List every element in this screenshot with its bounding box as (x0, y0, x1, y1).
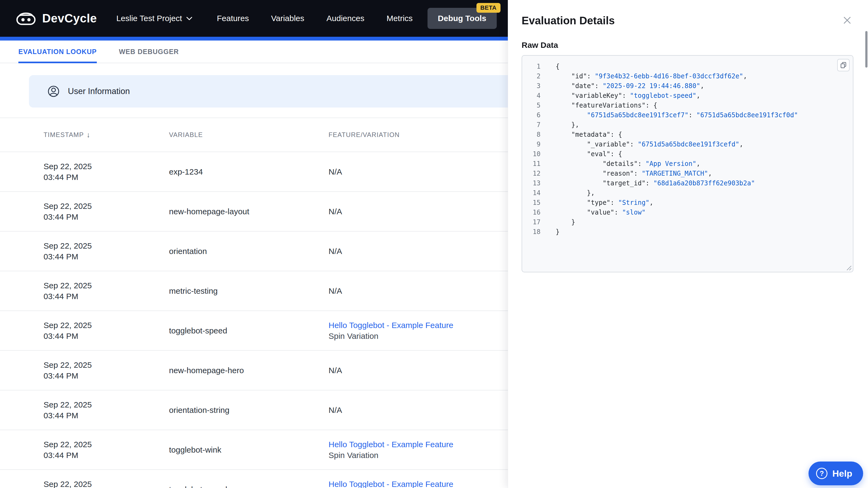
nav-item-metrics[interactable]: Metrics (375, 14, 424, 23)
question-mark-icon: ? (816, 468, 828, 479)
code-plain-token: }, (556, 189, 595, 197)
raw-data-label: Raw Data (522, 40, 854, 50)
code-plain-token: , (696, 160, 700, 167)
sort-desc-icon[interactable]: ↓ (87, 131, 91, 139)
timestamp-time: 03:44 PM (43, 212, 169, 222)
code-text: }, (540, 120, 579, 130)
code-text: "value": "slow" (540, 207, 646, 217)
code-line: 17 } (522, 217, 853, 227)
line-number: 17 (522, 217, 540, 227)
code-text: "type": "String", (540, 198, 653, 207)
line-number: 16 (522, 207, 540, 217)
variable-name: exp-1234 (169, 167, 203, 176)
code-string-token: "9f3e4b32-6ebb-4d16-8bef-03dccf3df62e" (595, 72, 743, 80)
timestamp-time: 03:44 PM (43, 410, 169, 421)
timestamp-time: 03:44 PM (43, 251, 169, 262)
variable-name: togglebot-speed (169, 485, 227, 488)
resize-grip-icon[interactable] (845, 264, 852, 271)
line-number: 13 (522, 178, 540, 188)
code-plain-token: "details": (556, 160, 646, 167)
code-plain-token: } (556, 228, 559, 236)
line-number: 3 (522, 81, 540, 91)
variable-cell: metric-testing (169, 286, 329, 296)
user-icon (47, 85, 60, 98)
brand[interactable]: DevCycle (16, 11, 97, 26)
close-icon[interactable] (841, 14, 854, 27)
code-plain-token: : (688, 111, 696, 119)
code-text: "id": "9f3e4b32-6ebb-4d16-8bef-03dccf3df… (540, 71, 747, 81)
code-line: 8 "metadata": { (522, 130, 853, 139)
code-line: 10 "eval": { (522, 149, 853, 159)
brand-name: DevCycle (42, 11, 97, 25)
variable-name: metric-testing (169, 286, 218, 295)
line-number: 4 (522, 91, 540, 100)
timestamp-cell: Sep 22, 202503:44 PM (43, 201, 169, 222)
code-line: 1{ (522, 62, 853, 71)
code-line: 11 "details": "App Version", (522, 159, 853, 169)
help-button-label: Help (832, 468, 852, 479)
code-plain-token: "variableKey": (556, 92, 630, 99)
column-label: TIMESTAMP (43, 131, 84, 139)
timestamp-cell: Sep 22, 202503:44 PM (43, 479, 169, 488)
code-line: 6 "6751d5a65bdc8ee191f3cef7": "6751d5a65… (522, 110, 853, 120)
code-plain-token: , (739, 140, 743, 148)
code-plain-token: "type": (556, 199, 618, 206)
code-plain-token: "date": (556, 82, 602, 90)
code-line: 3 "date": "2025-09-22 19:44:46.880", (522, 81, 853, 91)
variable-name: new-homepage-hero (169, 366, 244, 375)
variable-name: orientation (169, 247, 207, 256)
copy-icon[interactable] (837, 59, 849, 71)
column-label: VARIABLE (169, 131, 203, 139)
panel-header: Evaluation Details (522, 13, 854, 28)
evaluation-details-panel: Evaluation Details Raw Data 1{2 "id": "9… (508, 0, 868, 488)
scrollbar-thumb[interactable] (865, 31, 867, 68)
column-header-timestamp[interactable]: TIMESTAMP↓ (43, 131, 169, 139)
code-text: } (540, 217, 575, 227)
timestamp-date: Sep 22, 2025 (43, 360, 169, 370)
raw-data-code-block[interactable]: 1{2 "id": "9f3e4b32-6ebb-4d16-8bef-03dcc… (522, 55, 854, 272)
help-button[interactable]: ? Help (808, 461, 863, 485)
nav-item-variables[interactable]: Variables (260, 14, 315, 23)
timestamp-date: Sep 22, 2025 (43, 320, 169, 331)
code-line: 18} (522, 227, 853, 237)
code-text: }, (540, 188, 595, 198)
code-text: "details": "App Version", (540, 159, 700, 169)
debug-tools-wrap: BETA Debug Tools (428, 8, 496, 29)
feature-value: N/A (329, 366, 342, 375)
code-plain-token: , (696, 92, 700, 99)
code-line: 15 "type": "String", (522, 198, 853, 207)
timestamp-date: Sep 22, 2025 (43, 201, 169, 212)
code-line: 7 }, (522, 120, 853, 130)
tab-evaluation-lookup[interactable]: EVALUATION LOOKUP (19, 40, 97, 63)
timestamp-date: Sep 22, 2025 (43, 280, 169, 291)
timestamp-time: 03:44 PM (43, 450, 169, 461)
nav-item-audiences[interactable]: Audiences (315, 14, 375, 23)
code-plain-token: } (556, 218, 575, 226)
code-string-token: "6751d5a65bdc8ee191f3cf0d" (696, 111, 798, 119)
tab-web-debugger[interactable]: WEB DEBUGGER (119, 40, 179, 63)
column-header-variable[interactable]: VARIABLE (169, 131, 329, 139)
user-information-label: User Information (68, 87, 130, 96)
code-string-token: "App Version" (646, 160, 696, 167)
line-number: 9 (522, 139, 540, 149)
timestamp-time: 03:44 PM (43, 370, 169, 381)
variable-name: togglebot-speed (169, 326, 227, 335)
code-text: "date": "2025-09-22 19:44:46.880", (540, 81, 704, 91)
variable-cell: orientation (169, 247, 329, 256)
nav-item-features[interactable]: Features (206, 14, 260, 23)
code-plain-token: { (556, 63, 559, 70)
code-plain-token: "metadata": { (556, 131, 622, 138)
feature-value: N/A (329, 247, 342, 256)
code-text: "eval": { (540, 149, 622, 159)
line-number: 5 (522, 100, 540, 110)
column-label: FEATURE/VARIATION (329, 131, 400, 139)
project-selector[interactable]: Leslie Test Project (116, 14, 192, 23)
line-number: 8 (522, 130, 540, 139)
line-number: 2 (522, 71, 540, 81)
code-plain-token: "featureVariations": { (556, 102, 657, 109)
main-nav: FeaturesVariablesAudiencesMetrics (206, 14, 424, 23)
code-text: "metadata": { (540, 130, 622, 139)
devcycle-logo-icon (16, 11, 36, 26)
timestamp-cell: Sep 22, 202503:44 PM (43, 161, 169, 183)
code-lines: 1{2 "id": "9f3e4b32-6ebb-4d16-8bef-03dcc… (522, 62, 853, 237)
